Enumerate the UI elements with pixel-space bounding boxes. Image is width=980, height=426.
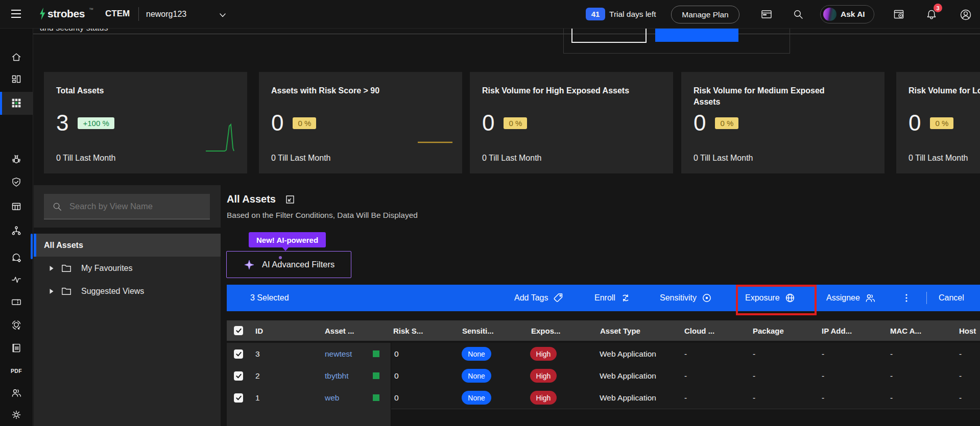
cell-ip: - bbox=[822, 343, 824, 365]
users-icon[interactable] bbox=[11, 387, 22, 398]
delta-badge: 0 % bbox=[715, 117, 738, 129]
pdf-export-icon[interactable]: PDF bbox=[11, 366, 22, 376]
view-folder-suggested-views[interactable]: Suggested Views bbox=[34, 280, 221, 303]
activity-icon[interactable] bbox=[11, 274, 22, 285]
exposure-badge: High bbox=[530, 347, 557, 361]
col-header[interactable]: Asset ... bbox=[325, 320, 354, 341]
view-search-panel bbox=[34, 185, 221, 228]
caret-right-icon[interactable] bbox=[49, 288, 54, 294]
col-header[interactable]: Package bbox=[753, 320, 784, 341]
org-selector[interactable]: neworg123 bbox=[146, 7, 186, 21]
clipped-outline-button[interactable] bbox=[571, 28, 647, 43]
hierarchy-icon[interactable] bbox=[11, 225, 22, 236]
delta-badge: 0 % bbox=[504, 117, 527, 129]
asset-grid-icon[interactable] bbox=[11, 97, 22, 109]
delta-badge: +100 % bbox=[78, 117, 114, 129]
table-row[interactable] bbox=[227, 343, 391, 365]
cell-cloud: - bbox=[684, 365, 687, 387]
billing-card-icon[interactable] bbox=[760, 9, 773, 22]
ai-badge-pointer bbox=[282, 247, 289, 251]
table-row[interactable] bbox=[227, 365, 391, 387]
ticket-icon[interactable] bbox=[11, 296, 22, 308]
dashboard-icon[interactable] bbox=[11, 73, 22, 85]
sync-settings-icon[interactable] bbox=[11, 252, 22, 263]
ai-advanced-filters-button[interactable]: AI Advanced Filters bbox=[226, 251, 351, 278]
chevron-down-icon[interactable] bbox=[219, 11, 227, 20]
manage-plan-button[interactable]: Manage Plan bbox=[671, 6, 739, 23]
tag-icon bbox=[553, 292, 564, 304]
cell-package: - bbox=[753, 387, 755, 409]
settings-gear-icon[interactable] bbox=[11, 409, 22, 420]
sparkline bbox=[205, 123, 241, 157]
icon-sidebar: PDF bbox=[0, 28, 33, 426]
action-bar-divider bbox=[926, 292, 927, 304]
strobes-bolt-icon bbox=[39, 7, 46, 20]
row-checkbox[interactable] bbox=[234, 387, 243, 409]
scan-shield-icon[interactable] bbox=[11, 319, 22, 331]
asset-link[interactable]: tbytbht bbox=[325, 365, 349, 387]
shield-check-icon[interactable] bbox=[11, 177, 22, 188]
cell-risk-score: 0 bbox=[394, 387, 399, 409]
assignee-users-icon bbox=[865, 292, 876, 304]
action-assignee[interactable]: Assignee bbox=[826, 285, 876, 311]
account-icon[interactable] bbox=[959, 8, 972, 23]
row-checkbox[interactable] bbox=[234, 343, 243, 365]
bug-icon[interactable] bbox=[11, 154, 22, 165]
col-header[interactable]: Sensiti... bbox=[462, 320, 494, 341]
select-all-checkbox[interactable] bbox=[234, 320, 243, 341]
col-header[interactable]: IP Add... bbox=[822, 320, 852, 341]
frozen-column-divider bbox=[391, 342, 391, 426]
caret-right-icon[interactable] bbox=[49, 265, 54, 271]
col-header[interactable]: Expos... bbox=[531, 320, 561, 341]
cell-host: - bbox=[959, 365, 962, 387]
trial-days-label: Trial days left bbox=[609, 10, 656, 19]
action-enroll[interactable]: Enroll bbox=[594, 285, 631, 311]
ask-ai-button[interactable]: Ask AI bbox=[820, 5, 874, 23]
product-tour-icon[interactable] bbox=[893, 9, 905, 22]
notification-badge: 3 bbox=[934, 4, 942, 12]
view-item-all-assets[interactable]: All Assets bbox=[34, 234, 221, 257]
expand-view-icon[interactable] bbox=[285, 194, 295, 205]
org-name: neworg123 bbox=[146, 10, 186, 19]
cell-id: 1 bbox=[255, 387, 260, 409]
asset-status-square bbox=[373, 350, 379, 357]
cell-asset-type: Web Application bbox=[600, 365, 656, 387]
asset-link[interactable]: web bbox=[325, 387, 339, 409]
more-options-icon[interactable] bbox=[905, 285, 908, 311]
folder-icon bbox=[61, 263, 72, 274]
report-icon[interactable] bbox=[11, 342, 22, 354]
trial-days-badge: 41 bbox=[586, 8, 605, 20]
action-cancel[interactable]: Cancel bbox=[939, 285, 964, 311]
cell-id: 3 bbox=[255, 343, 260, 365]
stat-card: Risk Volume for Low Exposed Assets 00 % … bbox=[896, 72, 980, 173]
table-row[interactable] bbox=[227, 387, 391, 409]
hamburger-menu-button[interactable] bbox=[11, 10, 21, 18]
exposure-badge: High bbox=[530, 369, 557, 383]
view-search-input[interactable] bbox=[68, 201, 203, 212]
col-header[interactable]: Risk S... bbox=[393, 320, 423, 341]
action-sensitivity[interactable]: Sensitivity bbox=[660, 285, 712, 311]
view-folder-my-favourites[interactable]: My Favourites bbox=[34, 257, 221, 280]
sensitivity-badge: None bbox=[462, 391, 491, 405]
col-header[interactable]: Asset Type bbox=[600, 320, 640, 341]
cell-mac: - bbox=[890, 343, 893, 365]
row-checkbox[interactable] bbox=[234, 365, 243, 387]
clipped-primary-button[interactable] bbox=[655, 28, 738, 42]
col-header[interactable]: Host bbox=[959, 320, 976, 341]
col-header[interactable]: MAC A... bbox=[890, 320, 921, 341]
assets-subtitle: Based on the Filter Conditions, Data Wil… bbox=[227, 211, 418, 220]
view-search-box bbox=[44, 194, 210, 219]
sensitivity-icon bbox=[701, 292, 712, 304]
data-table-icon[interactable] bbox=[11, 201, 22, 212]
action-add-tags[interactable]: Add Tags bbox=[514, 285, 564, 311]
sidebar-scrollbar-thumb[interactable] bbox=[31, 234, 33, 259]
col-header[interactable]: ID bbox=[255, 320, 263, 341]
selected-count: 3 Selected bbox=[250, 285, 289, 311]
col-header[interactable]: Cloud ... bbox=[684, 320, 714, 341]
stat-card: Assets with Risk Score > 90 00 % 0 Till … bbox=[259, 72, 462, 173]
home-icon[interactable] bbox=[11, 52, 22, 63]
asset-link[interactable]: newtest bbox=[325, 343, 352, 365]
search-icon[interactable] bbox=[793, 9, 804, 22]
cell-host: - bbox=[959, 343, 962, 365]
asset-status-square bbox=[373, 394, 379, 401]
